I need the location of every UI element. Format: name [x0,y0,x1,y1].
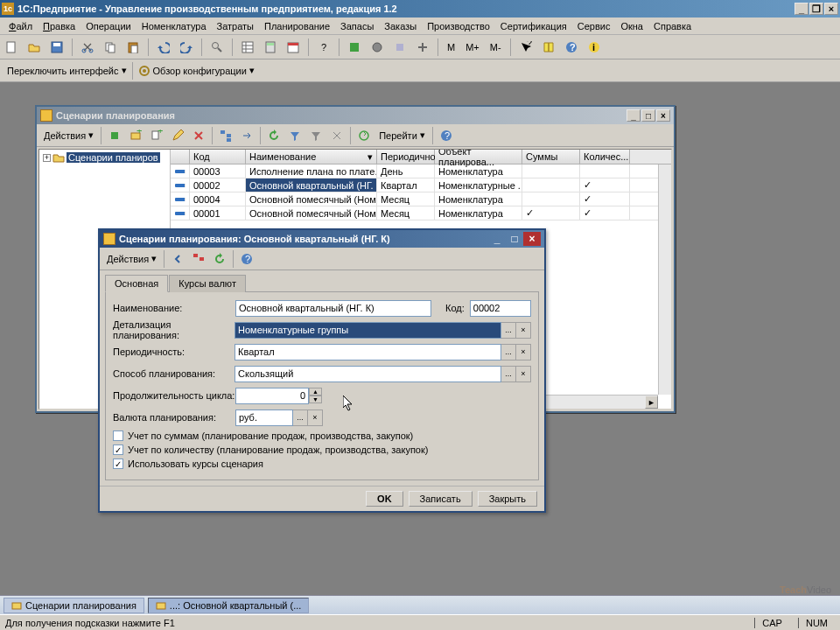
restore-button[interactable]: ❐ [809,3,823,15]
tree-root-item[interactable]: + Сценарии планиров [41,151,168,164]
book-icon[interactable] [539,38,558,57]
edit-icon[interactable] [168,126,187,145]
expand-icon[interactable]: + [43,154,51,162]
save-icon[interactable] [47,38,66,57]
table-row[interactable]: 00004Основной помесячный (Ном...МесяцНом… [171,192,671,206]
task-item-list[interactable]: Сценарии планирования [4,598,144,613]
new-icon[interactable] [2,38,21,57]
close-button[interactable]: Закрыть [478,491,537,507]
detail-field[interactable] [234,322,501,339]
help-arrow-icon[interactable]: ? [516,38,536,57]
copy-icon[interactable] [101,38,120,57]
help-icon[interactable]: ? [562,38,581,57]
list-window-titlebar[interactable]: Сценарии планирования _ □ × [37,107,674,124]
spin-up-button[interactable]: ▲ [309,388,322,396]
rates-checkbox[interactable]: ✓ [113,458,123,469]
move-icon[interactable] [237,126,256,145]
tab-main[interactable]: Основная [105,275,168,292]
goto-menu[interactable]: Перейти▾ [375,128,429,143]
undo-icon[interactable] [154,38,173,57]
calc-icon[interactable] [261,38,280,57]
switch-interface-button[interactable]: Переключить интерфейс ▾ [4,63,130,78]
select-button[interactable]: ... [293,410,308,426]
hierarchy-icon[interactable] [216,126,235,145]
help-icon[interactable]: ? [437,126,456,145]
ok-button[interactable]: OK [366,491,403,507]
menu-service[interactable]: Сервис [572,19,616,33]
filter-off-icon[interactable] [306,126,326,145]
col-marker[interactable] [171,150,190,164]
m-label[interactable]: M [444,38,458,57]
menu-nomenclature[interactable]: Номенклатура [136,19,212,33]
save-button[interactable]: Записать [409,491,472,507]
paste-icon[interactable] [123,38,143,57]
scroll-right-icon[interactable]: ► [645,396,658,409]
tool-icon-2[interactable] [390,38,410,57]
sums-checkbox[interactable] [113,430,123,441]
refresh2-icon[interactable] [354,126,374,145]
help-icon[interactable]: ? [237,249,256,269]
clear-button[interactable]: × [308,410,323,426]
delete-mark-icon[interactable] [189,126,208,145]
prev-icon[interactable] [168,249,187,269]
cycle-field[interactable] [235,388,309,404]
actions-menu[interactable]: Действия▾ [40,128,97,143]
tool-icon[interactable] [368,38,387,57]
col-name[interactable]: Наименование▾ [246,150,377,164]
period-field[interactable] [234,344,501,360]
find-icon[interactable] [207,38,227,57]
menu-help[interactable]: Справка [648,19,696,33]
menu-costs[interactable]: Затраты [212,19,260,33]
col-period[interactable]: Периодично... [377,150,435,164]
minimize-button[interactable]: _ [488,232,506,246]
menu-certification[interactable]: Сертификация [495,19,572,33]
add-icon[interactable] [105,126,124,145]
menu-planning[interactable]: Планирование [259,19,335,33]
close-button[interactable]: × [824,3,838,15]
clear-button[interactable]: × [516,344,531,360]
minimize-button[interactable]: _ [794,3,808,15]
method-field[interactable] [234,366,501,382]
qty-checkbox[interactable]: ✓ [113,444,123,455]
info-icon[interactable]: i [584,38,604,57]
tool-icon-3[interactable] [413,38,432,57]
clear-filter-icon[interactable] [327,126,346,145]
menu-windows[interactable]: Окна [615,19,648,33]
close-button[interactable]: × [656,109,670,122]
table-row[interactable]: 00003Исполнение плана по плате...ДеньНом… [171,164,671,178]
add-copy-icon[interactable]: + [147,126,166,145]
redo-icon[interactable] [177,38,196,57]
currency-field[interactable] [235,410,293,426]
maximize-button[interactable]: □ [506,232,523,246]
actions-menu[interactable]: Действия▾ [103,251,160,266]
m-minus-label[interactable]: M- [486,38,505,57]
name-field[interactable] [235,300,431,317]
vertical-scrollbar[interactable] [658,164,671,395]
m-plus-label[interactable]: M+ [462,38,483,57]
cut-icon[interactable] [78,38,97,57]
minimize-button[interactable]: _ [626,109,640,122]
clear-button[interactable]: × [516,322,531,339]
open-icon[interactable] [24,38,44,57]
col-sums[interactable]: Суммы [522,150,580,164]
dialog-titlebar[interactable]: Сценарии планирования: Основной кварталь… [100,230,544,248]
spin-down-button[interactable]: ▼ [309,396,322,403]
help-tool-icon[interactable]: ? [314,38,333,57]
select-button[interactable]: ... [501,344,516,360]
code-field[interactable] [470,300,531,317]
filter-icon[interactable] [285,126,304,145]
select-button[interactable]: ... [501,366,516,382]
maximize-button[interactable]: □ [641,109,655,122]
close-button[interactable]: × [523,232,541,246]
table-row[interactable]: 00002Основной квартальный (НГ. К)Квартал… [171,178,671,192]
calendar-icon[interactable] [284,38,303,57]
menu-stocks[interactable]: Запасы [335,19,379,33]
menu-operations[interactable]: Операции [80,19,136,33]
menu-file[interactable]: Файл [4,19,38,33]
spreadsheet-icon[interactable] [238,38,257,57]
struct-icon[interactable] [189,249,208,269]
col-code[interactable]: Код [190,150,246,164]
refresh-icon[interactable] [264,126,284,145]
col-object[interactable]: Объект планирова... [435,150,522,164]
tab-rates[interactable]: Курсы валют [169,275,246,292]
